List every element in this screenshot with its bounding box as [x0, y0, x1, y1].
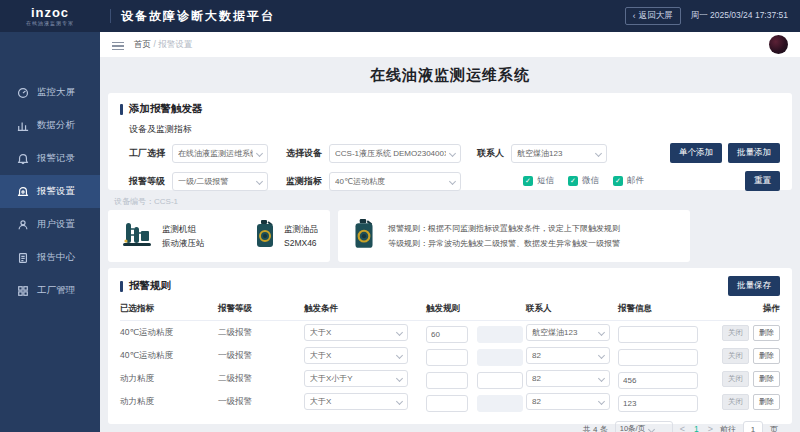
checkbox-email[interactable]: ✓ 邮件: [613, 175, 644, 187]
sidebar-item-label: 监控大屏: [37, 86, 75, 99]
condition-select[interactable]: 大于X: [304, 347, 408, 364]
close-button[interactable]: 关闭: [722, 348, 749, 364]
sidebar-item-data-analysis[interactable]: 数据分析: [0, 109, 100, 142]
sidebar-item-report-center[interactable]: 报告中心: [0, 241, 100, 274]
alarm-level-label: 报警等级: [129, 175, 165, 188]
rule-value-x-input[interactable]: [426, 326, 468, 343]
table-row: 动力粘度 一级报警 大于X 82 关闭 删除: [120, 390, 780, 413]
next-page-button[interactable]: >: [708, 424, 713, 432]
alarm-message-input[interactable]: [618, 372, 698, 389]
batch-save-button[interactable]: 批量保存: [728, 276, 780, 296]
chevron-down-icon: [595, 149, 602, 156]
goto-prefix: 前往: [720, 424, 736, 432]
checkbox-sms[interactable]: ✓ 短信: [523, 175, 554, 187]
trigger-card-subtitle: 设备及监测指标: [129, 123, 780, 136]
chevron-down-icon: [449, 177, 456, 184]
condition-select[interactable]: 大于X: [304, 324, 408, 341]
rule-value-y-input[interactable]: [477, 326, 523, 343]
contact-select-label: 联系人: [477, 147, 504, 160]
menu-icon[interactable]: [112, 40, 124, 50]
rule-value-y-input[interactable]: [477, 372, 523, 389]
device-select-label: 选择设备: [286, 147, 322, 160]
delete-button[interactable]: 删除: [753, 394, 780, 410]
bar-chart-icon: [16, 119, 29, 132]
alarm-rules-table: 已选指标 报警等级 触发条件 触发规则 联系人 报警信息 操作 40℃运动粘度 …: [120, 303, 780, 413]
factory-select[interactable]: 在线油液监测运维系统: [172, 144, 268, 163]
close-button[interactable]: 关闭: [722, 371, 749, 387]
alarm-message-input[interactable]: [618, 349, 698, 366]
row-contact-select[interactable]: 82: [526, 370, 610, 387]
sidebar-item-user-settings[interactable]: 用户设置: [0, 208, 100, 241]
checkbox-checked-icon: ✓: [613, 176, 623, 186]
col-selected-indicator: 已选指标: [120, 303, 218, 315]
main-content: 首页 / 报警设置 在线油液监测运维系统 添加报警触发器 设备及监测指标 工厂选…: [100, 32, 800, 432]
info-row: 设备编号：CCS-1 监测机组: [108, 196, 792, 262]
rules-table-body: 40℃运动粘度 二级报警 大于X 航空煤油123 关闭 删除 40℃运动粘度: [120, 321, 780, 413]
rule-value-x-input[interactable]: [426, 349, 468, 366]
col-contact: 联系人: [526, 303, 618, 315]
rule-value-x-input[interactable]: [426, 372, 468, 389]
current-page[interactable]: 1: [692, 424, 701, 432]
sidebar-item-alarm-records[interactable]: 报警记录: [0, 142, 100, 175]
rule-value-x-input[interactable]: [426, 395, 468, 412]
row-indicator: 40℃运动粘度: [120, 350, 218, 362]
alarm-rules-card: 报警规则 批量保存 已选指标 报警等级 触发条件 触发规则 联系人 报警信息 操…: [108, 268, 792, 424]
sidebar-item-alarm-settings[interactable]: 报警设置: [0, 175, 100, 208]
device-select[interactable]: CCS-1液压系统 DEMO230400X: [329, 144, 461, 163]
alarm-level-select[interactable]: 一级/二级报警: [172, 172, 268, 191]
pagination-total: 共 4 条: [583, 424, 608, 432]
rule-value-y-input[interactable]: [477, 349, 523, 366]
row-contact-select[interactable]: 82: [526, 347, 610, 364]
back-to-dashboard-button[interactable]: ‹ 返回大屏: [625, 7, 681, 25]
datetime-display: 周一 2025/03/24 17:37:51: [691, 10, 788, 22]
contact-select[interactable]: 航空煤油123: [511, 144, 607, 163]
add-single-button[interactable]: 单个添加: [670, 143, 722, 163]
add-trigger-card: 添加报警触发器 设备及监测指标 工厂选择 在线油液监测运维系统 选择设备 CCS…: [108, 93, 792, 190]
delete-button[interactable]: 删除: [753, 371, 780, 387]
close-button[interactable]: 关闭: [722, 325, 749, 341]
checkbox-wechat[interactable]: ✓ 微信: [568, 175, 599, 187]
logo-text: inzoc: [0, 6, 100, 19]
rule-value-y-input[interactable]: [477, 395, 523, 412]
delete-button[interactable]: 删除: [753, 348, 780, 364]
app-title: 设备故障诊断大数据平台: [121, 8, 275, 25]
reset-button[interactable]: 重置: [745, 171, 780, 191]
sidebar-item-monitor-screen[interactable]: 监控大屏: [0, 76, 100, 109]
prev-page-button[interactable]: <: [680, 424, 685, 432]
add-batch-button[interactable]: 批量添加: [728, 143, 780, 163]
close-button[interactable]: 关闭: [722, 394, 749, 410]
sidebar-item-label: 数据分析: [37, 119, 75, 132]
factory-plant-icon: [120, 219, 154, 253]
monitored-unit-card: 监测机组 振动液压站 监测: [108, 210, 330, 262]
sidebar-item-factory-management[interactable]: 工厂管理: [0, 274, 100, 307]
goto-page-input[interactable]: [743, 421, 763, 432]
chevron-down-icon: [598, 329, 605, 336]
row-indicator: 40℃运动粘度: [120, 327, 218, 339]
alarm-message-input[interactable]: [618, 326, 698, 343]
indicator-select[interactable]: 40℃运动粘度: [329, 172, 461, 191]
chevron-down-icon: [396, 375, 403, 382]
page-size-select[interactable]: 10条/页: [615, 421, 673, 432]
condition-select[interactable]: 大于X小于Y: [304, 370, 408, 387]
bell-icon: [16, 152, 29, 165]
alarm-message-input[interactable]: [618, 395, 698, 412]
sidebar-item-label: 报警设置: [37, 185, 75, 198]
row-indicator: 动力粘度: [120, 373, 218, 385]
row-contact-select[interactable]: 82: [526, 393, 610, 410]
condition-select[interactable]: 大于X: [304, 393, 408, 410]
col-operation: 操作: [708, 303, 780, 315]
delete-button[interactable]: 删除: [753, 325, 780, 341]
chevron-down-icon: [396, 352, 403, 359]
alarm-rule-description-card: 报警规则：根据不同监测指标设置触发条件，设定上下限触发规则 等级规则：异常波动先…: [338, 210, 690, 262]
breadcrumb-home[interactable]: 首页: [134, 39, 151, 49]
table-row: 动力粘度 二级报警 大于X小于Y 82 关闭 删除: [120, 367, 780, 390]
chevron-down-icon: [256, 177, 263, 184]
row-contact-select[interactable]: 航空煤油123: [526, 324, 610, 341]
oil-label: 监测油品: [284, 222, 318, 236]
trigger-card-title: 添加报警触发器: [120, 102, 780, 116]
avatar[interactable]: [769, 35, 788, 54]
breadcrumb-bar: 首页 / 报警设置: [100, 32, 800, 57]
row-indicator: 动力粘度: [120, 396, 218, 408]
back-chevron-icon: ‹: [633, 11, 636, 21]
chevron-down-icon: [396, 398, 403, 405]
